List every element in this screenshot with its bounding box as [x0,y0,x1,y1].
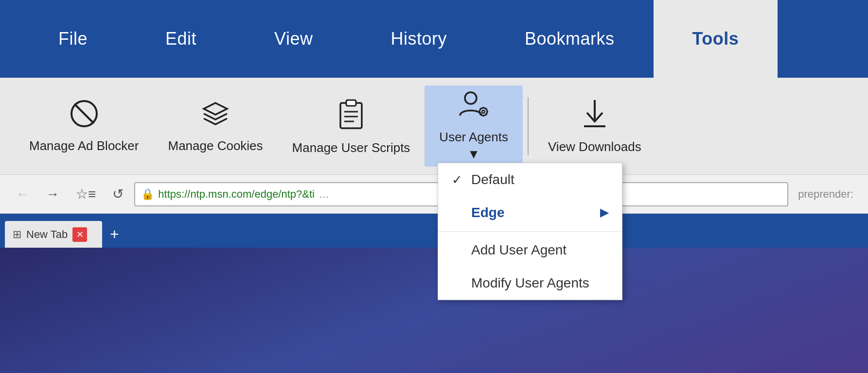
check-mark-icon: ✓ [452,172,465,187]
menu-item-tools[interactable]: Tools [654,0,778,78]
tab-new-tab[interactable]: ⊞ New Tab ✕ [5,221,102,248]
ad-blocker-icon [70,99,99,133]
menu-bar: File Edit View History Bookmarks Tools [0,0,868,78]
svg-line-16 [486,115,487,116]
content-area [0,248,868,373]
dropdown-item-edge[interactable]: Edge ▶ [438,196,622,229]
toolbar: Manage Ad Blocker Manage Cookies M [0,78,868,175]
user-agents-button[interactable]: User Agents ▼ [425,85,523,167]
menu-item-edit[interactable]: Edit [126,0,235,78]
nav-bar: ← → ☆≡ ↺ 🔒 https://ntp.msn.com/edge/ntp?… [0,175,868,214]
dropdown-item-default[interactable]: ✓ Default [438,163,622,196]
nav-end-text: preprender: [793,188,858,201]
svg-line-1 [74,104,94,123]
downloads-icon [581,98,608,134]
toolbar-separator [528,97,529,155]
manage-user-scripts-button[interactable]: Manage User Scripts [278,92,425,160]
dropdown-divider [438,231,622,232]
svg-point-8 [465,92,477,104]
svg-line-15 [480,108,481,109]
arrow-right-icon: ▶ [600,206,608,219]
url-text: https://ntp.msn.com/edge/ntp?&ti [158,188,315,201]
url-suffix: … [319,188,329,201]
lock-icon: 🔒 [141,188,154,201]
reload-button[interactable]: ↺ [106,182,129,206]
menu-item-file[interactable]: File [19,0,126,78]
menu-item-history[interactable]: History [352,0,486,78]
dropdown-add-ua-label: Add User Agent [471,242,567,258]
svg-point-10 [482,110,485,113]
tab-label: New Tab [26,228,68,241]
user-scripts-icon [337,97,366,135]
svg-line-17 [486,108,487,109]
dropdown-default-label: Default [471,172,514,187]
dropdown-arrow-icon: ▼ [467,147,480,162]
back-button[interactable]: ← [10,183,35,206]
menu-item-view[interactable]: View [235,0,352,78]
manage-ad-blocker-label: Manage Ad Blocker [29,138,139,153]
svg-rect-3 [340,103,362,128]
view-downloads-label: View Downloads [548,139,641,154]
manage-cookies-label: Manage Cookies [168,138,263,153]
tab-add-button[interactable]: + [102,221,127,248]
view-downloads-button[interactable]: View Downloads [533,93,656,159]
user-agents-icon [457,90,490,124]
manage-ad-blocker-button[interactable]: Manage Ad Blocker [15,94,153,158]
tab-close-button[interactable]: ✕ [72,227,87,242]
user-agents-dropdown: ✓ Default Edge ▶ Add User Agent Modify U… [438,163,622,300]
menu-item-bookmarks[interactable]: Bookmarks [486,0,654,78]
tab-bar: ⊞ New Tab ✕ + [0,214,868,248]
manage-user-scripts-label: Manage User Scripts [292,140,410,155]
dropdown-item-add-user-agent[interactable]: Add User Agent [438,234,622,267]
manage-cookies-button[interactable]: Manage Cookies [153,94,277,158]
svg-marker-2 [204,103,227,115]
dropdown-item-modify-user-agents[interactable]: Modify User Agents [438,267,622,300]
dropdown-edge-label: Edge [471,205,504,220]
cookies-icon [201,99,230,133]
svg-line-18 [480,115,481,116]
dropdown-modify-ua-label: Modify User Agents [471,275,589,291]
tab-icon: ⊞ [13,228,21,241]
user-agents-label: User Agents [439,130,508,145]
bookmark-button[interactable]: ☆≡ [70,182,102,206]
forward-button[interactable]: → [40,183,65,206]
svg-rect-4 [346,100,356,106]
